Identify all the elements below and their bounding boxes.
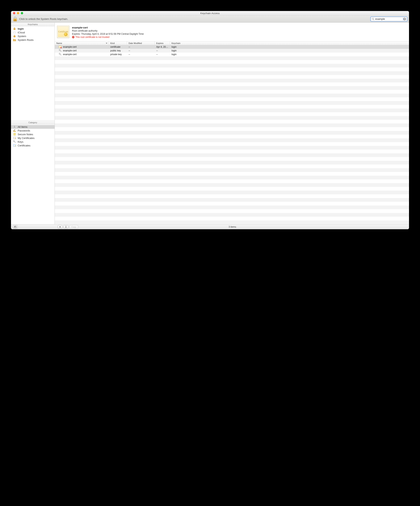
cell-kind: private key (109, 53, 127, 56)
category-passwords[interactable]: Passwords (11, 129, 54, 133)
category-my-certificates[interactable]: My Certificates (11, 136, 54, 140)
keychain-login[interactable]: login (11, 27, 54, 31)
detail-subtitle: Root certificate authority (72, 29, 144, 32)
close-window-button[interactable] (13, 12, 15, 14)
locked-icon (13, 34, 16, 38)
toolbar: Click to unlock the System Roots keychai… (11, 15, 409, 22)
minimize-window-button[interactable] (17, 12, 19, 14)
category-all-items[interactable]: All Items (11, 125, 54, 129)
cell-name: example-cert (63, 53, 77, 56)
table-row[interactable]: example-cert private key -- -- login (55, 53, 409, 56)
cell-kind: certificate (109, 46, 127, 48)
cell-modified: -- (127, 53, 155, 56)
keychain-icloud[interactable]: iCloud (11, 31, 54, 34)
certificate-thumbnail: Certificate (57, 26, 69, 38)
detail-title: example-cert (72, 26, 144, 29)
cloud-icon (13, 31, 16, 34)
certificate-icon (13, 144, 16, 147)
status-bar: Copy 3 items (11, 224, 409, 229)
cell-expires: -- (155, 53, 170, 56)
cell-expires: -- (155, 49, 170, 52)
add-button[interactable] (58, 225, 62, 229)
col-keychain[interactable]: Keychain (170, 41, 409, 45)
folder-icon (13, 38, 16, 41)
copy-button[interactable]: Copy (69, 225, 78, 229)
svg-point-18 (15, 146, 16, 146)
svg-point-4 (372, 18, 374, 20)
svg-rect-24 (15, 226, 16, 227)
svg-rect-9 (13, 131, 16, 132)
svg-point-15 (15, 138, 16, 139)
cell-modified: -- (127, 49, 155, 52)
col-name[interactable]: Name (55, 41, 109, 45)
seal-icon (64, 33, 67, 36)
item-count: 3 items (58, 226, 407, 228)
table-row[interactable]: example-cert public key -- -- login (55, 49, 409, 53)
col-kind[interactable]: Kind (109, 41, 127, 45)
info-button[interactable] (64, 225, 68, 229)
cell-modified: -- (127, 46, 155, 48)
detail-pane: Certificate example-cert Root certificat… (55, 23, 409, 41)
col-modified[interactable]: Date Modified (127, 41, 155, 45)
col-expires[interactable]: Expires (155, 41, 170, 45)
cell-name: example-cert (63, 46, 77, 48)
category-label: Certificates (18, 144, 30, 147)
category-label: Secure Notes (18, 133, 33, 136)
note-icon (13, 133, 16, 136)
key-icon (59, 53, 62, 56)
svg-point-25 (66, 226, 66, 226)
svg-rect-6 (14, 28, 15, 30)
category-keys[interactable]: Keys (11, 140, 54, 144)
zoom-window-button[interactable] (21, 12, 23, 14)
cell-expires: Apr 4, 2019… (155, 46, 170, 48)
compass-icon (13, 125, 16, 128)
trust-warning-text: This root certificate is not trusted (75, 36, 109, 39)
window-title: Keychain Access (11, 12, 409, 15)
cell-keychain: login (170, 46, 409, 48)
category-label: My Certificates (18, 137, 34, 140)
key-icon (13, 140, 16, 143)
search-text: example (374, 17, 403, 20)
cell-name: example-cert (63, 49, 77, 52)
keychain-label: System Roots (18, 39, 33, 41)
search-input[interactable]: example ✕ (371, 17, 407, 21)
svg-rect-14 (13, 137, 16, 139)
category-label: Keys (18, 140, 23, 143)
cell-keychain: login (170, 49, 409, 52)
keychains-header: Keychains (11, 23, 54, 26)
certificate-error-icon (59, 45, 62, 48)
titlebar: Keychain Access (11, 11, 409, 15)
svg-rect-26 (66, 226, 66, 228)
category-certificates[interactable]: Certificates (11, 144, 54, 147)
svg-rect-7 (14, 36, 15, 37)
svg-rect-17 (13, 145, 16, 146)
category-label: All Items (18, 126, 27, 128)
unlocked-icon (13, 27, 16, 30)
keychain-system[interactable]: System (11, 34, 54, 38)
category-secure-notes[interactable]: Secure Notes (11, 133, 54, 136)
keychain-label: login (18, 27, 24, 30)
clear-search-button[interactable]: ✕ (403, 18, 406, 20)
table-row[interactable]: example-cert certificate -- Apr 4, 2019…… (55, 45, 409, 49)
key-icon (59, 49, 62, 52)
lock-icon[interactable] (13, 16, 17, 22)
trust-warning: ✕ This root certificate is not trusted (72, 36, 144, 39)
keychain-label: iCloud (18, 31, 25, 34)
toolbar-hint: Click to unlock the System Roots keychai… (19, 17, 68, 20)
cell-keychain: login (170, 53, 409, 56)
detail-expires: Expires: Thursday, April 4, 2019 at 9:51… (72, 33, 144, 35)
category-header: Category (11, 121, 54, 124)
cell-kind: public key (109, 49, 127, 52)
toggle-detail-button[interactable] (13, 225, 18, 229)
keychain-system-roots[interactable]: System Roots (11, 38, 54, 42)
svg-line-5 (373, 20, 374, 20)
table-header: Name Kind Date Modified Expires Keychain (55, 41, 409, 45)
error-icon: ✕ (72, 36, 74, 38)
category-label: Passwords (18, 129, 30, 132)
search-icon (372, 18, 374, 20)
password-icon (13, 129, 16, 132)
items-table: Name Kind Date Modified Expires Keychain (55, 41, 409, 224)
svg-rect-3 (15, 20, 15, 21)
copy-label: Copy (71, 226, 76, 228)
certificate-icon (13, 136, 16, 140)
